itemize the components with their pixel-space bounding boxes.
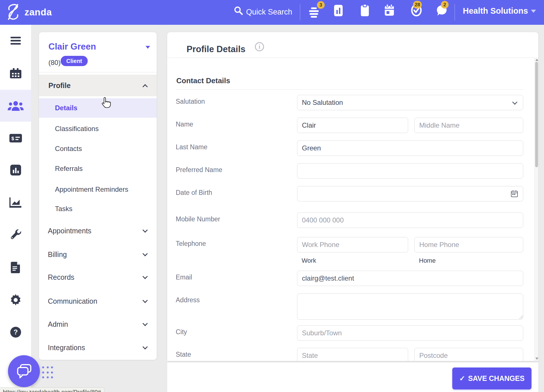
- chevron-down-icon: [142, 298, 148, 303]
- first-name-input[interactable]: [297, 118, 408, 133]
- clipboard-icon[interactable]: [359, 4, 371, 18]
- section-admin[interactable]: Admin: [39, 315, 157, 334]
- svg-text:$: $: [11, 136, 14, 141]
- date-of-birth-input[interactable]: [297, 186, 523, 201]
- chat-bubbles-icon: [15, 363, 32, 379]
- calendar-rail-icon[interactable]: [0, 57, 31, 89]
- email-input[interactable]: [297, 271, 523, 286]
- scrollbar[interactable]: [534, 58, 538, 361]
- chat-fab-button[interactable]: [8, 355, 40, 387]
- state-input[interactable]: [297, 348, 408, 361]
- chevron-down-icon: [142, 321, 148, 326]
- info-icon[interactable]: i: [255, 42, 264, 51]
- scrollbar-up-icon[interactable]: [535, 59, 538, 61]
- city-input[interactable]: [297, 325, 523, 341]
- postcode-input[interactable]: [414, 348, 523, 361]
- reports-icon[interactable]: [333, 4, 344, 18]
- menu-item-classifications[interactable]: Classifications: [39, 119, 157, 138]
- chevron-down-icon: [142, 251, 148, 256]
- mobile-number-input[interactable]: [297, 213, 523, 228]
- quick-search-button[interactable]: Quick Search: [246, 8, 292, 17]
- navbar-divider-2: [455, 4, 455, 21]
- client-name[interactable]: Clair Green: [48, 42, 96, 52]
- messages-badge: 2: [441, 1, 449, 9]
- chevron-down-icon: [142, 227, 148, 232]
- tools-rail-icon[interactable]: [0, 219, 31, 251]
- collapse-icon[interactable]: [142, 84, 148, 89]
- preferred-name-label: Preferred Name: [176, 166, 222, 174]
- calendar-picker-icon[interactable]: [511, 190, 518, 199]
- waitlist-icon[interactable]: [308, 7, 320, 19]
- svg-text:?: ?: [13, 328, 18, 336]
- client-name-caret-icon[interactable]: [146, 46, 150, 49]
- section-label: Communication: [48, 297, 97, 305]
- navbar-divider: [300, 4, 300, 21]
- work-sublabel: Work: [302, 257, 316, 264]
- section-appointments[interactable]: Appointments: [39, 221, 157, 240]
- menu-item-details[interactable]: Details: [39, 98, 157, 118]
- logo-wordmark[interactable]: zanda: [24, 7, 52, 18]
- telephone-label: Telephone: [176, 240, 206, 248]
- menu-item-label: Contacts: [55, 145, 82, 153]
- client-type-badge: Client: [61, 56, 88, 66]
- date-of-birth-label: Date of Birth: [176, 189, 212, 197]
- home-phone-input[interactable]: [414, 237, 523, 252]
- profile-section-header[interactable]: Profile: [39, 75, 157, 96]
- scrollbar-down-icon[interactable]: [535, 358, 538, 360]
- search-icon[interactable]: [234, 6, 243, 17]
- tasks-badge: 28: [413, 1, 422, 9]
- profile-details-panel: Profile Details i Contact Details Saluta…: [167, 32, 538, 361]
- documents-rail-icon[interactable]: [0, 252, 31, 283]
- contact-details-heading: Contact Details: [176, 76, 230, 85]
- billing-rail-icon[interactable]: $: [0, 122, 31, 154]
- middle-name-input[interactable]: [414, 118, 523, 133]
- account-caret-icon[interactable]: [531, 10, 536, 13]
- address-textarea[interactable]: [297, 293, 523, 320]
- account-menu[interactable]: Health Solutions: [463, 6, 528, 16]
- preferred-name-input[interactable]: [297, 163, 523, 179]
- resize-grip-icon[interactable]: [519, 315, 523, 319]
- work-phone-input[interactable]: [297, 237, 408, 252]
- menu-item-referrals[interactable]: Referrals: [39, 159, 157, 178]
- calendar-nav-icon[interactable]: [384, 4, 395, 18]
- mobile-number-label: Mobile Number: [176, 215, 220, 223]
- menu-item-appointment-reminders[interactable]: Appointment Reminders: [39, 180, 157, 199]
- clients-rail-icon[interactable]: [0, 90, 31, 122]
- home-sublabel: Home: [419, 257, 436, 264]
- menu-hamburger-icon[interactable]: [0, 25, 31, 57]
- city-label: City: [176, 328, 187, 336]
- section-label: Integrations: [48, 344, 85, 352]
- section-integrations[interactable]: Integrations: [39, 338, 157, 357]
- drag-handle-dots-icon[interactable]: [42, 366, 54, 379]
- section-communication[interactable]: Communication: [39, 291, 157, 311]
- section-label: Admin: [48, 320, 68, 328]
- section-label: Records: [48, 273, 74, 281]
- menu-item-contacts[interactable]: Contacts: [39, 139, 157, 158]
- scrollbar-thumb[interactable]: [535, 62, 538, 167]
- last-name-label: Last Name: [176, 143, 207, 151]
- menu-item-label: Details: [55, 104, 77, 112]
- status-url-text: https://my.zandahealth.com/Profile/80#: [3, 389, 101, 392]
- salutation-value: No Salutation: [302, 99, 343, 107]
- state-label: State: [176, 351, 191, 358]
- zanda-logo-icon[interactable]: [5, 3, 23, 23]
- profile-section-label: Profile: [48, 81, 71, 90]
- salutation-select[interactable]: No Salutation: [297, 95, 523, 110]
- salutation-label: Salutation: [176, 98, 205, 105]
- section-billing[interactable]: Billing: [39, 245, 157, 264]
- page-title: Profile Details: [187, 44, 246, 54]
- save-changes-label: SAVE CHANGES: [468, 374, 524, 383]
- chart-rail-icon[interactable]: [0, 154, 31, 186]
- analytics-rail-icon[interactable]: [0, 187, 31, 219]
- save-changes-button[interactable]: ✓ SAVE CHANGES: [452, 368, 531, 389]
- chevron-down-icon: [142, 274, 148, 279]
- heading-rule: [176, 89, 523, 90]
- top-navbar: zanda Quick Search 3: [0, 0, 544, 25]
- settings-gear-icon[interactable]: [0, 284, 31, 316]
- last-name-input[interactable]: [297, 140, 523, 156]
- help-icon[interactable]: ?: [0, 316, 31, 348]
- client-id: (80): [48, 59, 61, 67]
- menu-item-label: Referrals: [55, 165, 83, 173]
- menu-item-tasks[interactable]: Tasks: [39, 199, 157, 219]
- section-records[interactable]: Records: [39, 268, 157, 287]
